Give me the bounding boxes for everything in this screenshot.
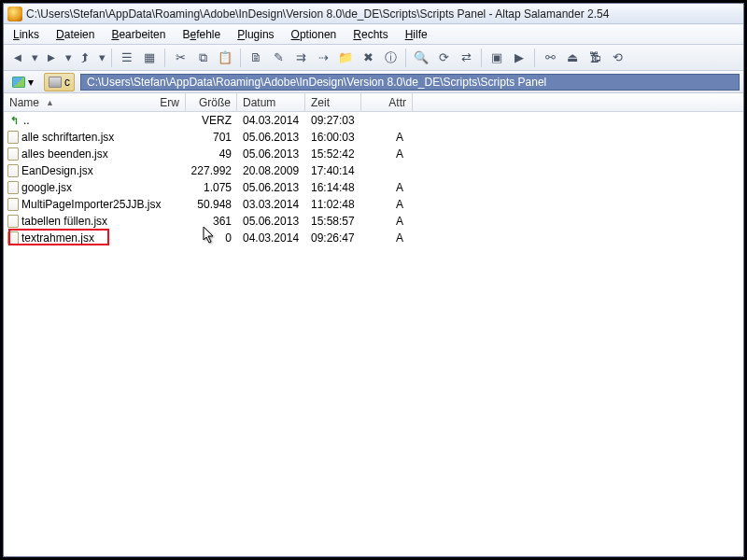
current-path: C:\Users\Stefan\AppData\Roaming\Adobe\In… <box>87 76 546 89</box>
header-time[interactable]: Zeit <box>305 93 361 111</box>
file-time: 17:40:14 <box>305 164 361 177</box>
drive-row: ▾ c C:\Users\Stefan\AppData\Roaming\Adob… <box>4 71 743 93</box>
toolbar-sep <box>240 49 241 67</box>
menu-optionen[interactable]: Optionen <box>284 26 345 43</box>
file-name: MultiPageImporter25JJB.jsx <box>21 198 161 211</box>
refresh-button[interactable]: ⟳ <box>433 48 454 68</box>
file-icon <box>7 231 19 245</box>
file-icon <box>7 215 19 228</box>
file-row[interactable]: tabellen füllen.jsx36105.06.201315:58:57… <box>4 213 743 230</box>
nav-back-button[interactable]: ◄ <box>7 48 28 68</box>
file-time: 09:27:03 <box>305 114 361 127</box>
file-date: 20.08.2009 <box>237 164 305 177</box>
properties-button[interactable]: ⓘ <box>380 48 401 68</box>
nav-fwd-button[interactable]: ► <box>41 48 62 68</box>
delete-button[interactable]: ✖ <box>358 48 378 68</box>
file-time: 16:14:48 <box>305 181 361 194</box>
file-icon <box>7 164 19 177</box>
windows-flag-icon <box>12 77 25 88</box>
disconnect-button[interactable]: ⏏ <box>562 48 583 68</box>
pack-button[interactable]: 🗜 <box>585 48 605 68</box>
window-title: C:\Users\Stefan\AppData\Roaming\Adobe\In… <box>26 7 609 21</box>
nav-up-button[interactable]: ⮭ <box>75 48 95 68</box>
header-name[interactable]: Name▲ Erw <box>4 93 186 111</box>
header-attr[interactable]: Attr <box>361 93 413 111</box>
nav-fwd-dropdown[interactable]: ▾ <box>63 48 73 68</box>
file-time: 16:00:03 <box>305 131 361 144</box>
menu-plugins[interactable]: Plugins <box>230 26 281 43</box>
app-icon <box>7 7 22 21</box>
file-size: 701 <box>186 131 237 144</box>
file-attr: A <box>361 198 413 211</box>
drive-c[interactable]: c <box>44 73 75 91</box>
file-attr: A <box>361 181 413 194</box>
file-date: 05.06.2013 <box>237 215 305 228</box>
file-attr: A <box>361 231 413 245</box>
menu-rechts[interactable]: Rechts <box>345 26 395 43</box>
file-row[interactable]: alles beenden.jsx4905.06.201315:52:42A <box>4 146 743 162</box>
header-date[interactable]: Datum <box>237 93 305 111</box>
sync-button[interactable]: ⟲ <box>607 48 627 68</box>
find-button[interactable]: 🔍 <box>411 48 431 68</box>
file-date: 05.06.2013 <box>237 181 305 194</box>
edit-button[interactable]: ✎ <box>268 48 289 68</box>
drive-letter: c <box>64 76 70 89</box>
file-size: VERZ <box>186 114 237 127</box>
paste-button[interactable]: 📋 <box>215 48 235 68</box>
nav-up-dropdown[interactable]: ▾ <box>97 48 106 68</box>
path-bar[interactable]: C:\Users\Stefan\AppData\Roaming\Adobe\In… <box>80 74 740 91</box>
header-spacer <box>413 93 743 111</box>
file-list[interactable]: ↰.. VERZ 04.03.2014 09:27:03 alle schrif… <box>4 112 743 556</box>
drive-win[interactable]: ▾ <box>7 73 38 91</box>
toolbar-sep <box>111 49 112 67</box>
menu-bearbeiten[interactable]: Bearbeiten <box>104 26 173 43</box>
file-name: alle schriftarten.jsx <box>21 131 114 144</box>
file-size: 227.992 <box>186 164 237 177</box>
move-op-button[interactable]: ⇢ <box>313 48 333 68</box>
toolbar-sep <box>164 49 165 67</box>
toolbar: ◄ ▾ ► ▾ ⮭ ▾ ☰ ▦ ✂ ⧉ 📋 🗎 ✎ ⇉ ⇢ 📁 ✖ ⓘ 🔍 ⟳ … <box>4 45 743 71</box>
menu-links[interactable]: Links <box>6 26 47 43</box>
select-all-button[interactable]: ▦ <box>139 48 160 68</box>
header-size[interactable]: Größe <box>186 93 237 111</box>
toolbar-sep <box>481 49 482 67</box>
file-row[interactable]: EanDesign.jsx227.99220.08.200917:40:14 <box>4 162 743 179</box>
menu-befehle[interactable]: Befehle <box>175 26 228 43</box>
copy-button[interactable]: ⧉ <box>192 48 213 68</box>
menu-hilfe[interactable]: Hilfe <box>398 26 435 43</box>
file-time: 11:02:48 <box>305 198 361 211</box>
cut-button[interactable]: ✂ <box>170 48 190 68</box>
menubar: Links Dateien Bearbeiten Befehle Plugins… <box>4 24 743 45</box>
file-time: 15:58:57 <box>305 215 361 228</box>
file-row[interactable]: MultiPageImporter25JJB.jsx50.94803.03.20… <box>4 196 743 213</box>
file-row[interactable]: textrahmen.jsx004.03.201409:26:47A <box>4 230 743 246</box>
file-icon <box>7 198 19 211</box>
connect-button[interactable]: ⚯ <box>540 48 560 68</box>
terminal-button[interactable]: ▣ <box>486 48 507 68</box>
swap-button[interactable]: ⇄ <box>456 48 476 68</box>
file-icon <box>7 147 19 161</box>
file-row[interactable]: alle schriftarten.jsx70105.06.201316:00:… <box>4 129 743 146</box>
view-button[interactable]: 🗎 <box>246 48 266 68</box>
file-row[interactable]: google.jsx1.07505.06.201316:14:48A <box>4 179 743 196</box>
hotpath-button[interactable]: ☰ <box>117 48 137 68</box>
file-date: 04.03.2014 <box>237 231 305 245</box>
launch-button[interactable]: ▶ <box>509 48 529 68</box>
file-attr: A <box>361 131 413 144</box>
titlebar: C:\Users\Stefan\AppData\Roaming\Adobe\In… <box>4 4 743 24</box>
mkdir-button[interactable]: 📁 <box>335 48 356 68</box>
sort-asc-icon: ▲ <box>46 98 54 107</box>
file-date: 05.06.2013 <box>237 131 305 144</box>
menu-dateien[interactable]: Dateien <box>49 26 102 43</box>
file-date: 03.03.2014 <box>237 198 305 211</box>
copy-op-button[interactable]: ⇉ <box>290 48 311 68</box>
nav-back-dropdown[interactable]: ▾ <box>30 48 39 68</box>
file-name: textrahmen.jsx <box>21 231 94 245</box>
parent-dir-row[interactable]: ↰.. VERZ 04.03.2014 09:27:03 <box>4 112 743 129</box>
file-icon <box>7 131 19 144</box>
file-size: 1.075 <box>186 181 237 194</box>
file-size: 49 <box>186 147 237 161</box>
file-size: 50.948 <box>186 198 237 211</box>
file-time: 15:52:42 <box>305 147 361 161</box>
toolbar-sep <box>405 49 406 67</box>
